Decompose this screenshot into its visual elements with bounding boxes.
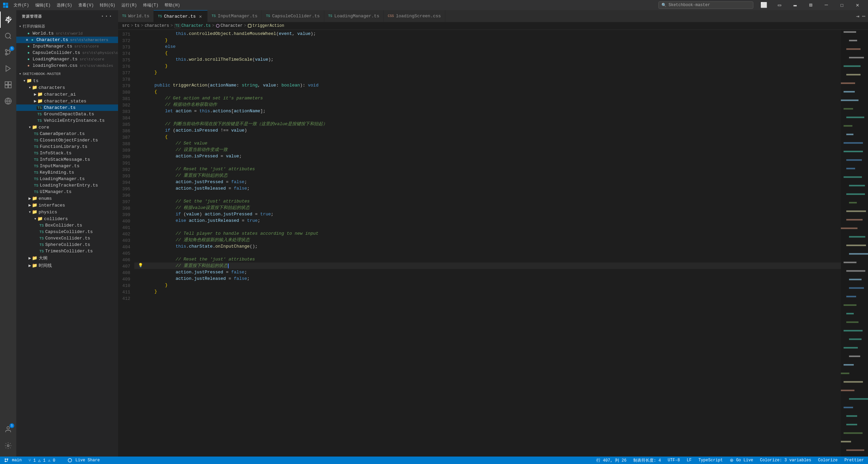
activity-run[interactable] <box>0 60 16 77</box>
tree-file-cameraoperator[interactable]: TS CameraOperator.ts <box>16 131 118 137</box>
split-editor-icon[interactable]: ⇥ <box>856 13 860 20</box>
activity-extensions[interactable] <box>0 77 16 93</box>
tree-file-keybinding[interactable]: TS KeyBinding.ts <box>16 169 118 176</box>
minimize-btn[interactable]: — <box>818 0 834 10</box>
menu-file[interactable]: 文件(F) <box>11 2 32 9</box>
tab-character-ts[interactable]: TS Character.ts ✕ <box>154 10 208 22</box>
code-line-398: // 根据value设置按下和抬起的状态 <box>134 205 841 211</box>
tree-folder-enums[interactable]: ▶ 📁 enums <box>16 195 118 202</box>
status-go-live[interactable]: Go Live <box>728 458 755 463</box>
status-eol[interactable]: LF <box>686 458 693 463</box>
tree-folder-character-ai[interactable]: ▶ 📁 character_ai <box>16 91 118 98</box>
activity-explorer[interactable] <box>0 12 16 28</box>
status-git[interactable]: main <box>3 458 23 463</box>
open-file-loadingmanager[interactable]: ● LoadingManager.ts src\ts\core <box>16 56 118 62</box>
breadcrumb-characters[interactable]: characters <box>144 23 169 28</box>
menu-select[interactable]: 选择(S) <box>54 2 75 9</box>
status-errors[interactable]: ⑂ 1 △ 1 ⚠ 0 <box>27 458 57 463</box>
activity-remote[interactable] <box>0 93 16 109</box>
file-name: loadingScreen.css <box>33 63 78 68</box>
layout-btn-1[interactable]: ⬜ <box>756 0 772 10</box>
tree-file-loadingtrackerentry[interactable]: TS LoadingTrackerEntry.ts <box>16 182 118 189</box>
activity-account[interactable]: 1 <box>0 421 16 438</box>
close-btn[interactable]: ✕ <box>850 0 865 10</box>
status-language[interactable]: TypeScript <box>697 458 724 463</box>
sidebar-header: 资源管理器 ··· <box>16 10 118 22</box>
tree-file-infostack[interactable]: TS InfoStack.ts <box>16 150 118 156</box>
menu-edit[interactable]: 编辑(E) <box>33 2 54 9</box>
folder-icon: 📁 <box>32 124 37 130</box>
tree-file-trimeshcollider[interactable]: TS TrimeshCollider.ts <box>16 248 118 254</box>
section-project[interactable]: ▾ SKETCHBOOK-MASTER <box>16 70 118 77</box>
layout-btn-3[interactable]: ▬ <box>787 0 803 10</box>
file-label: LoadingTrackerEntry.ts <box>40 183 98 188</box>
more-tabs-icon[interactable]: ⋯ <box>862 13 865 20</box>
layout-btn-2[interactable]: ▭ <box>772 0 787 10</box>
breadcrumb-class[interactable]: Character <box>216 23 243 28</box>
title-search[interactable]: 🔍 Sketchbook-master <box>658 1 753 9</box>
breadcrumb-ts[interactable]: ts <box>135 23 139 28</box>
breadcrumb-src[interactable]: src <box>122 23 130 28</box>
menu-goto[interactable]: 转到(G) <box>97 2 118 9</box>
tree-folder-timeline[interactable]: ▶ 📁 时间线 <box>16 262 118 269</box>
open-file-character[interactable]: ✕ ● Character.ts src\ts\characters <box>16 37 118 43</box>
menu-help[interactable]: 帮助(H) <box>162 2 183 9</box>
tree-file-spherecollider[interactable]: TS SphereCollider.ts <box>16 241 118 248</box>
tree-folder-character-states[interactable]: ▶ 📁 character_states <box>16 98 118 104</box>
tree-folder-characters[interactable]: ▾ 📁 characters <box>16 84 118 91</box>
status-encoding[interactable]: UTF-8 <box>667 458 681 463</box>
open-file-inputmanager[interactable]: ● InputManager.ts src\ts\core <box>16 43 118 50</box>
breadcrumb-method[interactable]: triggerAction <box>248 23 284 28</box>
tree-file-boxcollider[interactable]: TS BoxCollider.ts <box>16 222 118 229</box>
tree-folder-core[interactable]: ▾ 📁 core <box>16 124 118 131</box>
status-indent[interactable]: 制表符长度: 4 <box>632 458 662 463</box>
tab-world-ts[interactable]: TS World.ts <box>118 10 154 22</box>
tree-file-capsulecollider[interactable]: TS CapsuleCollider.ts <box>16 229 118 235</box>
tab-loadingmanager-ts[interactable]: TS LoadingManager.ts <box>324 10 384 22</box>
tab-close-btn[interactable]: ✕ <box>198 14 203 19</box>
status-live-share[interactable]: Live Share <box>66 458 101 463</box>
tree-folder-ts[interactable]: ▾ 📁 ts <box>16 77 118 84</box>
tab-loadingscreen-css[interactable]: CSS loadingScreen.css <box>384 10 445 22</box>
open-file-capsulecollider[interactable]: ● CapsuleCollider.ts src\ts\physics\coll… <box>16 50 118 56</box>
tree-file-infostackmessage[interactable]: TS InfoStackMessage.ts <box>16 156 118 163</box>
activity-settings[interactable] <box>0 438 16 454</box>
status-colorize[interactable]: Colorize: 3 variables <box>759 458 813 463</box>
layout-btn-4[interactable]: ⊞ <box>803 0 818 10</box>
tab-inputmanager-ts[interactable]: TS InputManager.ts <box>208 10 262 22</box>
menu-view[interactable]: 查看(V) <box>76 2 97 9</box>
tree-file-uimanager[interactable]: TS UIManager.ts <box>16 189 118 195</box>
tree-file-closestobjectfinder[interactable]: TS ClosestObjectFinder.ts <box>16 137 118 143</box>
open-file-world[interactable]: ● World.ts src\ts\world <box>16 30 118 37</box>
tree-file-functionlibrary[interactable]: TS FunctionLibrary.ts <box>16 143 118 150</box>
status-position[interactable]: 行 407, 列 26 <box>595 458 628 463</box>
tree-file-character-ts[interactable]: TS Character.ts <box>16 104 118 111</box>
breadcrumb-file[interactable]: TSCharacter.ts <box>174 23 211 28</box>
maximize-btn[interactable]: ☐ <box>834 0 850 10</box>
tree-folder-colliders[interactable]: ▾ 📁 colliders <box>16 215 118 222</box>
code-content[interactable]: this.controlledObject.handleMouseWheel(e… <box>134 30 841 457</box>
tree-file-loadingmanager[interactable]: TS LoadingManager.ts <box>16 176 118 182</box>
activity-source-control[interactable]: 1 <box>0 44 16 60</box>
tree-folder-physics[interactable]: ▾ 📁 physics <box>16 209 118 215</box>
status-prettier[interactable]: Prettier <box>843 458 865 463</box>
open-file-loadingscreen[interactable]: ● loadingScreen.css src\css\modules <box>16 62 118 69</box>
tree-file-inputmanager[interactable]: TS InputManager.ts <box>16 163 118 169</box>
tab-capsulecollider-ts[interactable]: TS CapsuleCollider.ts <box>262 10 324 22</box>
menu-terminal[interactable]: 终端(T) <box>140 2 161 9</box>
tree-folder-interfaces[interactable]: ▶ 📁 interfaces <box>16 202 118 209</box>
menu-run[interactable]: 运行(R) <box>119 2 140 9</box>
folder-icon: 📁 <box>26 78 32 83</box>
svg-point-28 <box>731 460 732 461</box>
tree-file-groundimpact[interactable]: TS GroundImpactData.ts <box>16 111 118 117</box>
tree-folder-outline[interactable]: ▶ 📁 大纲 <box>16 254 118 262</box>
sidebar-more-btn[interactable]: ··· <box>101 13 113 20</box>
svg-rect-0 <box>3 3 5 5</box>
status-colorize-btn[interactable]: Colorize <box>817 458 839 463</box>
lightbulb-icon[interactable]: 💡 <box>138 263 143 269</box>
close-icon-small[interactable]: ✕ <box>26 37 28 42</box>
activity-search[interactable] <box>0 28 16 44</box>
tree-file-vehicleentry[interactable]: TS VehicleEntryInstance.ts <box>16 117 118 124</box>
tree-file-convexcollider[interactable]: TS ConvexCollider.ts <box>16 235 118 241</box>
section-open-editors[interactable]: ▾ 打开的编辑器 <box>16 22 118 30</box>
